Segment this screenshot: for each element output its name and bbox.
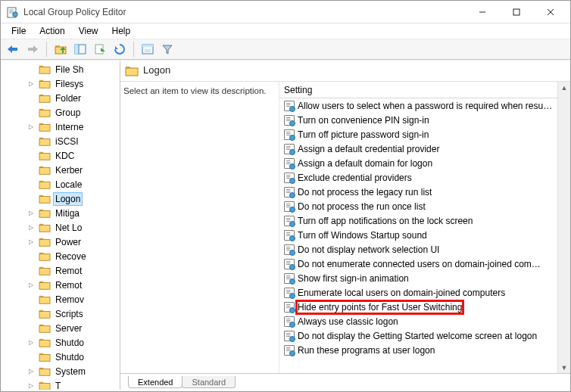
- tree-item[interactable]: ▷iSCSI: [1, 134, 120, 148]
- setting-item[interactable]: Turn on convenience PIN sign-in: [279, 113, 570, 127]
- tree-item[interactable]: ▷Kerber: [1, 163, 120, 177]
- svg-rect-11: [55, 47, 66, 54]
- setting-item[interactable]: Allow users to select when a password is…: [279, 98, 570, 113]
- expand-icon[interactable]: ▷: [27, 223, 36, 232]
- svg-rect-61: [39, 354, 50, 361]
- tab-standard[interactable]: Standard: [182, 376, 236, 388]
- tree-item[interactable]: ▷File Sh: [1, 62, 120, 76]
- expand-icon[interactable]: ▷: [27, 338, 36, 347]
- properties-button[interactable]: [139, 41, 157, 58]
- setting-item[interactable]: Show first sign-in animation: [279, 271, 570, 285]
- setting-column-label: Setting: [284, 85, 312, 95]
- svg-rect-14: [75, 45, 79, 54]
- tree-item[interactable]: ▷KDC: [1, 148, 120, 163]
- setting-item[interactable]: Exclude credential providers: [279, 170, 570, 185]
- minimize-button[interactable]: [465, 1, 499, 23]
- tree-item[interactable]: ▷Locale: [1, 177, 120, 191]
- tree-item[interactable]: ▷Shutdo: [1, 335, 120, 350]
- expand-icon[interactable]: ▷: [27, 209, 36, 218]
- close-button[interactable]: [533, 1, 567, 23]
- app-icon: [7, 6, 19, 18]
- svg-rect-41: [39, 210, 50, 217]
- tree-pane[interactable]: ▷File Sh▷Filesys▷Folder▷Group▷Interne▷iS…: [1, 61, 120, 390]
- expand-icon[interactable]: ▷: [27, 79, 36, 89]
- tree-item-label: Folder: [54, 92, 83, 104]
- policy-icon: [284, 187, 295, 198]
- svg-rect-55: [39, 311, 50, 318]
- expand-icon[interactable]: ▷: [27, 123, 36, 132]
- setting-item[interactable]: Enumerate local users on domain-joined c…: [279, 285, 570, 300]
- menu-view[interactable]: View: [73, 24, 105, 38]
- tree-item[interactable]: ▷Mitiga: [1, 206, 120, 220]
- tree-item-label: Remot: [54, 265, 83, 277]
- tree-item[interactable]: ▷Logon: [1, 191, 120, 206]
- tree-item-label: Mitiga: [54, 207, 81, 219]
- expand-icon[interactable]: ▷: [27, 381, 36, 390]
- back-button[interactable]: [4, 41, 22, 58]
- tree-item[interactable]: ▷T: [1, 378, 120, 390]
- tree-item[interactable]: ▷Interne: [1, 120, 120, 134]
- setting-item[interactable]: Hide entry points for Fast User Switchin…: [279, 300, 570, 314]
- setting-item[interactable]: Turn off picture password sign-in: [279, 127, 570, 142]
- tree-item[interactable]: ▷Server: [1, 321, 120, 335]
- tree-item[interactable]: ▷Folder: [1, 91, 120, 105]
- policy-icon: [284, 216, 295, 226]
- filter-button[interactable]: [158, 41, 176, 58]
- tree-item[interactable]: ▷Filesys: [1, 76, 120, 91]
- setting-item[interactable]: Do not process the legacy run list: [279, 185, 570, 199]
- svg-rect-31: [39, 138, 50, 145]
- folder-icon: [125, 65, 139, 77]
- expand-icon[interactable]: ▷: [27, 238, 36, 247]
- policy-icon: [284, 230, 295, 241]
- maximize-button[interactable]: [499, 1, 533, 23]
- export-list-button[interactable]: [91, 41, 109, 58]
- setting-item[interactable]: Do not enumerate connected users on doma…: [279, 257, 570, 271]
- svg-rect-9: [11, 48, 17, 51]
- setting-item[interactable]: Do not process the run once list: [279, 199, 570, 213]
- tree-item[interactable]: ▷System: [1, 364, 120, 378]
- expand-icon[interactable]: ▷: [27, 281, 36, 290]
- setting-label: Turn off picture password sign-in: [298, 129, 429, 140]
- menubar: File Action View Help: [1, 23, 570, 39]
- show-hide-tree-button[interactable]: [71, 41, 89, 58]
- setting-label: Do not display network selection UI: [298, 244, 439, 255]
- tree-item[interactable]: ▷Remot: [1, 263, 120, 278]
- setting-label: Allow users to select when a password is…: [298, 101, 552, 111]
- tree-item[interactable]: ▷Shutdo: [1, 350, 120, 364]
- setting-item[interactable]: Turn off Windows Startup sound: [279, 228, 570, 242]
- tree-item-label: Filesys: [54, 78, 85, 90]
- scroll-down-button[interactable]: ▼: [559, 362, 570, 373]
- tree-item[interactable]: ▷Net Lo: [1, 220, 120, 235]
- setting-item[interactable]: Always use classic logon: [279, 314, 570, 328]
- setting-item[interactable]: Assign a default domain for logon: [279, 156, 570, 170]
- policy-icon: [284, 244, 295, 255]
- tree-item[interactable]: ▷Power: [1, 235, 120, 249]
- setting-item[interactable]: Do not display network selection UI: [279, 242, 570, 257]
- setting-item[interactable]: Run these programs at user logon: [279, 343, 570, 357]
- tree-item[interactable]: ▷Group: [1, 105, 120, 120]
- toolbar-separator: [46, 42, 47, 57]
- expand-icon[interactable]: ▷: [27, 367, 36, 376]
- tree-item[interactable]: ▷Remov: [1, 292, 120, 306]
- setting-item[interactable]: Turn off app notifications on the lock s…: [279, 213, 570, 228]
- tab-extended[interactable]: Extended: [128, 376, 183, 388]
- setting-item[interactable]: Assign a default credential provider: [279, 142, 570, 156]
- refresh-button[interactable]: [111, 41, 129, 58]
- tree-item[interactable]: ▷Remot: [1, 278, 120, 292]
- tree-item-label: T: [54, 380, 62, 390]
- settings-list-header[interactable]: Setting: [279, 82, 570, 98]
- scroll-up-button[interactable]: ▲: [559, 82, 570, 93]
- up-level-button[interactable]: [51, 41, 70, 58]
- main-pane: Logon Select an item to view its descrip…: [120, 61, 570, 390]
- toolbar-separator-2: [133, 42, 134, 57]
- setting-item[interactable]: Do not display the Getting Started welco…: [279, 328, 570, 343]
- menu-action[interactable]: Action: [33, 24, 70, 38]
- svg-rect-63: [39, 369, 50, 375]
- forward-button[interactable]: [23, 41, 42, 58]
- tree-item[interactable]: ▷Scripts: [1, 306, 120, 321]
- menu-help[interactable]: Help: [106, 24, 137, 38]
- settings-scrollbar[interactable]: ▲ ▼: [557, 82, 570, 373]
- tree-item[interactable]: ▷Recove: [1, 249, 120, 263]
- svg-rect-27: [39, 110, 50, 117]
- menu-file[interactable]: File: [5, 24, 32, 38]
